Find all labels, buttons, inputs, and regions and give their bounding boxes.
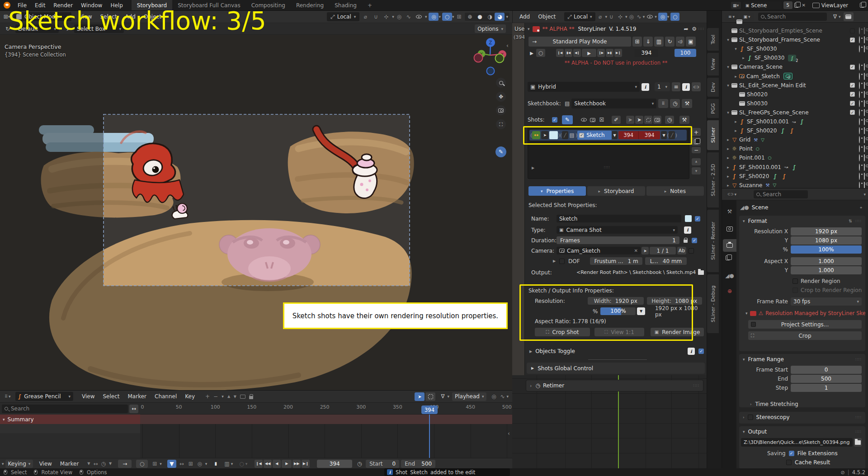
render-camera-toggle[interactable]	[864, 82, 865, 89]
outliner-row[interactable]: ▸Cam_Sketch	[722, 72, 868, 81]
resolution-percent-slider[interactable]: 100%	[791, 245, 862, 254]
pin-icon[interactable]: ⌖	[860, 205, 862, 210]
render-camera-toggle[interactable]	[864, 91, 865, 98]
dope-wave-icon[interactable]: ∿	[498, 393, 506, 400]
shot-move-down-button[interactable]: ▾	[692, 167, 701, 174]
shading-rendered-icon[interactable]: ◕	[495, 13, 505, 21]
hide-eye-toggle[interactable]	[859, 173, 860, 179]
dof-checkbox[interactable]	[559, 259, 565, 264]
chart-icon[interactable]: ▥	[224, 461, 229, 467]
cache-result-checkbox[interactable]	[786, 460, 792, 465]
dope-editor-icon[interactable]: ⠿▾	[0, 394, 15, 399]
workspace-tab-rendering[interactable]: Rendering	[291, 0, 329, 10]
layout-count-field[interactable]: 1▾	[655, 82, 670, 91]
side-tab-tool[interactable]: Tool	[707, 28, 719, 51]
footer-frame-field[interactable]: 394	[317, 460, 352, 468]
snap-toggle-icon[interactable]: ▼	[167, 460, 176, 468]
zoom-icon[interactable]	[496, 78, 506, 88]
outliner-item-label[interactable]: SF_Sh0020	[747, 127, 777, 134]
sl-tab-storyboard[interactable]: ▸Storyboard	[587, 186, 645, 196]
output-open-icon[interactable]	[698, 270, 704, 275]
overlay2-toggle-icon[interactable]: ○	[670, 13, 679, 21]
outliner-row[interactable]: ▾SL_FreeGPs_Scene_Scene✓	[722, 108, 868, 117]
frame-alt-field[interactable]: 100	[675, 49, 696, 57]
render-camera-toggle[interactable]	[864, 46, 865, 52]
move-up-icon[interactable]: ▼	[227, 395, 230, 399]
outliner-item-label[interactable]: Cam_Sketch	[746, 73, 780, 80]
format-row-field[interactable]: 1.000	[791, 266, 862, 274]
outliner-item-label[interactable]: SF_Sh0020	[739, 173, 769, 179]
sketchbook-dropdown[interactable]: Sketchbook▾	[571, 99, 656, 108]
tab-tool-icon[interactable]: ⚒	[725, 207, 735, 217]
output-title[interactable]: Output	[748, 429, 767, 435]
render-camera-toggle[interactable]	[864, 137, 865, 143]
objects-toggle-info-icon[interactable]: i	[688, 348, 695, 355]
orientation-dropdown[interactable]: ⤢Local▾	[327, 12, 359, 21]
outliner-row[interactable]: ▾SL_Storyboard_Frames_Scene✓	[722, 35, 868, 44]
time-stretching-header[interactable]: ›Time Stretching	[750, 401, 798, 407]
outliner-item-label[interactable]: SF_Sh0030	[755, 55, 784, 61]
keyingset-icon[interactable]: ⊞	[152, 461, 157, 467]
sl-transport-1[interactable]: ▮◀	[565, 49, 572, 57]
outliner-item-label[interactable]: Grid	[739, 137, 750, 143]
footer-clock-icon[interactable]: ◷	[355, 461, 364, 467]
stereoscopy-panel[interactable]: ›Stereoscopy∷∷	[739, 412, 865, 424]
summary-track[interactable]	[140, 415, 512, 424]
play-mode-button[interactable]: →Standard Play Mode	[528, 37, 631, 47]
expander-icon[interactable]: ▾	[725, 65, 731, 69]
orientation2-dropdown[interactable]: ⤢Local▾	[564, 12, 595, 21]
camera-rig-icon[interactable]: ⊞	[632, 37, 642, 47]
outliner-item-label[interactable]: Cameras_Scene	[739, 64, 783, 70]
pan-hand-icon[interactable]: ✥	[496, 92, 506, 102]
shots-remove-box-icon[interactable]: ☒	[597, 117, 606, 123]
snap-mode-icon[interactable]: ↔	[178, 461, 185, 467]
collection-checkbox[interactable]	[850, 28, 855, 33]
side-tab-sliner-debug[interactable]: SLiner - Debug	[707, 274, 719, 333]
collection-checkbox[interactable]: ✓	[850, 92, 855, 97]
side-tab-view[interactable]: View	[707, 53, 719, 75]
dope-box-select-icon[interactable]	[425, 392, 435, 401]
layout-mode-dropdown[interactable]: ▣Hybrid▾	[528, 82, 640, 92]
side-tab-dev[interactable]: Dev	[707, 78, 719, 97]
gizmo2-toggle-icon[interactable]: ◎	[658, 13, 667, 21]
expander-icon[interactable]: ▾	[725, 83, 731, 88]
tab-output-icon[interactable]	[723, 239, 736, 252]
collection-checkbox[interactable]: ✓	[850, 110, 855, 115]
hide-eye-toggle[interactable]	[859, 37, 860, 43]
sl-transport-3[interactable]: ▶	[582, 49, 596, 57]
marker-clock-icon[interactable]: ◷	[101, 461, 106, 467]
dope-funnel-icon[interactable]: ∇	[438, 393, 447, 400]
remove-key-icon[interactable]: −	[213, 393, 218, 400]
outliner-row[interactable]: ▸∫SF_Sh0020∫∫	[722, 172, 868, 181]
side-tab-sliner[interactable]: SLiner	[707, 120, 719, 150]
visibility-icon[interactable]	[413, 15, 425, 19]
shots-eyedropper-icon[interactable]: ✐	[612, 116, 621, 124]
render-camera-toggle[interactable]	[864, 164, 865, 170]
dope-mode-dropdown[interactable]: ∫Grease Pencil▾	[15, 392, 73, 401]
outliner-row[interactable]: ▸∫SF_Sh0010.001↝∫	[722, 117, 868, 126]
playhead-badge[interactable]: 394	[421, 405, 438, 414]
shot-move-up-button[interactable]: ▾	[692, 158, 701, 165]
proportional-icon[interactable]: ◎	[394, 14, 404, 20]
hide-eye-toggle[interactable]	[859, 127, 860, 134]
sl-transport-5[interactable]: ▶▮	[606, 49, 613, 57]
project-settings-button[interactable]: Project Settings...	[748, 320, 862, 329]
camera-checkbox[interactable]	[689, 248, 694, 254]
outliner-row[interactable]: SL_Storyboard_Empties_Scene	[722, 26, 868, 35]
render-camera-toggle[interactable]	[864, 28, 865, 34]
transport-4[interactable]: ▶▶	[292, 460, 301, 468]
render-camera-toggle[interactable]	[864, 100, 865, 107]
channel-search-input[interactable]: Search	[2, 405, 128, 413]
shots-enable-checkbox[interactable]: ✓	[552, 117, 557, 123]
shading-solid-icon[interactable]: ●	[475, 14, 485, 20]
frustum-button[interactable]: Frustum ...1 m	[590, 257, 642, 265]
duration-lock-icon[interactable]	[681, 238, 690, 243]
project-export-icon[interactable]: ➦	[682, 26, 690, 32]
options-dropdown[interactable]: Options▾	[475, 24, 506, 33]
outliner-row[interactable]: ▾SL_Edit_Scene_Main Edit✓	[722, 81, 868, 90]
outliner-item-label[interactable]: SL_FreeGPs_Scene_Scene	[739, 109, 809, 116]
breadcrumb-scene[interactable]: Scene	[752, 204, 769, 211]
shots-nav-prev-icon[interactable]: ➤	[626, 116, 634, 124]
render-camera-toggle[interactable]	[864, 37, 865, 43]
falloff2-icon[interactable]: ∿	[636, 14, 643, 20]
